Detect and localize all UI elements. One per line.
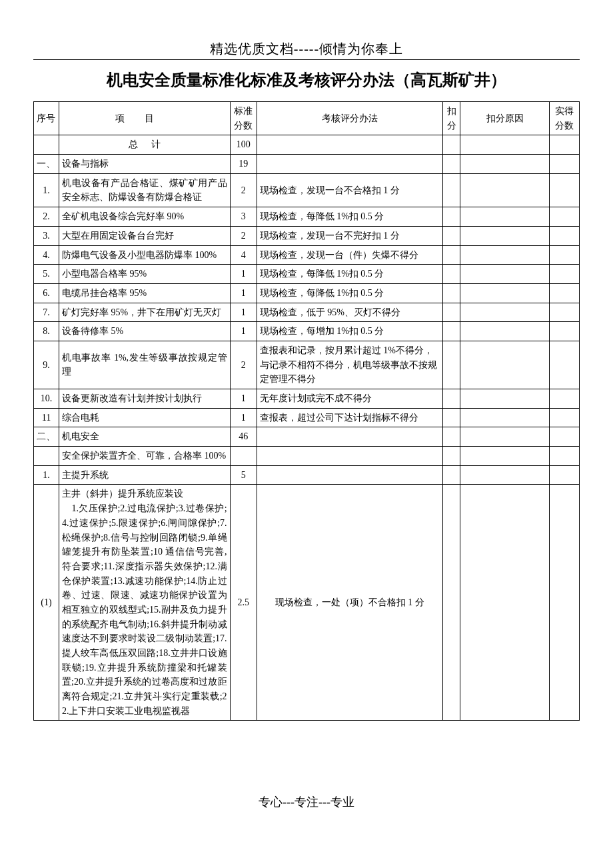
th-method: 考核评分办法 bbox=[257, 102, 442, 135]
th-score: 实得分数 bbox=[550, 102, 580, 135]
table-row: 7.矿灯完好率 95%，井下在用矿灯无灭灯1现场检查，低于 95%、灭灯不得分 bbox=[34, 303, 580, 322]
cell-deduct bbox=[442, 207, 460, 227]
cell-reason bbox=[460, 155, 550, 174]
cell-deduct bbox=[442, 245, 460, 265]
cell-method bbox=[257, 427, 442, 447]
cell-idx: (1) bbox=[34, 485, 59, 721]
cell-score bbox=[550, 226, 580, 245]
cell-std: 1 bbox=[230, 322, 257, 341]
cell-idx: 二、 bbox=[34, 427, 59, 447]
banner-text: 精选优质文档-----倾情为你奉上 bbox=[33, 40, 580, 58]
cell-deduct bbox=[442, 155, 460, 174]
cell-deduct bbox=[442, 135, 460, 155]
cell-reason bbox=[460, 389, 550, 409]
table-row: 6.电缆吊挂合格率 95%1现场检查，每降低 1%扣 0.5 分 bbox=[34, 283, 580, 303]
cell-item: 大型在用固定设备台台完好 bbox=[59, 226, 230, 245]
cell-score bbox=[550, 135, 580, 155]
cell-idx: 2. bbox=[34, 207, 59, 227]
cell-item: 总计 bbox=[59, 135, 230, 155]
cell-score bbox=[550, 155, 580, 174]
table-row: 5.小型电器合格率 95%1现场检查，每降低 1%扣 0.5 分 bbox=[34, 265, 580, 284]
cell-idx bbox=[34, 447, 59, 466]
cell-item: 机电设备有产品合格证、煤矿矿用产品安全标志、防爆设备有防爆合格证 bbox=[59, 173, 230, 207]
table-row: 11综合电耗1查报表，超过公司下达计划指标不得分 bbox=[34, 408, 580, 427]
th-std: 标准分数 bbox=[230, 102, 257, 135]
table-row: 2.全矿机电设备综合完好率 90%3现场检查，每降低 1%扣 0.5 分 bbox=[34, 207, 580, 227]
table-row: 1.机电设备有产品合格证、煤矿矿用产品安全标志、防爆设备有防爆合格证2现场检查，… bbox=[34, 173, 580, 207]
cell-score bbox=[550, 283, 580, 303]
cell-score bbox=[550, 408, 580, 427]
cell-reason bbox=[460, 408, 550, 427]
table-row: (1)主井（斜井）提升系统应装设 1.欠压保护;2.过电流保护;3.过卷保护;4… bbox=[34, 485, 580, 721]
cell-method: 现场检查，每降低 1%扣 0.5 分 bbox=[257, 283, 442, 303]
cell-reason bbox=[460, 427, 550, 447]
cell-reason bbox=[460, 485, 550, 721]
cell-method: 现场检查，低于 95%、灭灯不得分 bbox=[257, 303, 442, 322]
evaluation-table: 序号 项目 标准分数 考核评分办法 扣分 扣分原因 实得分数 总计100一、设备… bbox=[33, 101, 580, 721]
cell-item: 防爆电气设备及小型电器防爆率 100% bbox=[59, 245, 230, 265]
cell-idx: 1. bbox=[34, 465, 59, 485]
cell-std: 2 bbox=[230, 226, 257, 245]
document-title: 机电安全质量标准化标准及考核评分办法（高瓦斯矿井） bbox=[33, 69, 580, 91]
cell-std: 1 bbox=[230, 283, 257, 303]
cell-score bbox=[550, 465, 580, 485]
cell-item: 设备更新改造有计划并按计划执行 bbox=[59, 389, 230, 409]
cell-idx: 3. bbox=[34, 226, 59, 245]
cell-deduct bbox=[442, 389, 460, 409]
cell-deduct bbox=[442, 341, 460, 389]
footer-text: 专心---专注---专业 bbox=[33, 794, 580, 810]
table-row-total: 总计100 bbox=[34, 135, 580, 155]
cell-method bbox=[257, 447, 442, 466]
cell-reason bbox=[460, 265, 550, 284]
cell-deduct bbox=[442, 322, 460, 341]
cell-method: 无年度计划或完不成不得分 bbox=[257, 389, 442, 409]
cell-item: 主提升系统 bbox=[59, 465, 230, 485]
table-row: 1.主提升系统5 bbox=[34, 465, 580, 485]
cell-deduct bbox=[442, 265, 460, 284]
cell-item: 安全保护装置齐全、可靠，合格率 100% bbox=[59, 447, 230, 466]
cell-score bbox=[550, 447, 580, 466]
cell-deduct bbox=[442, 465, 460, 485]
cell-idx: 9. bbox=[34, 341, 59, 389]
cell-reason bbox=[460, 465, 550, 485]
cell-reason bbox=[460, 245, 550, 265]
cell-method: 查报表和记录，按月累计超过 1%不得分，与记录不相符不得分，机电等级事故不按规定… bbox=[257, 341, 442, 389]
table-row: 二、机电安全46 bbox=[34, 427, 580, 447]
cell-item: 电缆吊挂合格率 95% bbox=[59, 283, 230, 303]
cell-score bbox=[550, 173, 580, 207]
cell-deduct bbox=[442, 427, 460, 447]
cell-deduct bbox=[442, 447, 460, 466]
table-row: 4.防爆电气设备及小型电器防爆率 100%4现场检查，发现一台（件）失爆不得分 bbox=[34, 245, 580, 265]
cell-method: 查报表，超过公司下达计划指标不得分 bbox=[257, 408, 442, 427]
cell-score bbox=[550, 427, 580, 447]
th-index: 序号 bbox=[34, 102, 59, 135]
cell-reason bbox=[460, 303, 550, 322]
cell-score bbox=[550, 341, 580, 389]
cell-deduct bbox=[442, 226, 460, 245]
cell-method: 现场检查，每降低 1%扣 0.5 分 bbox=[257, 207, 442, 227]
cell-deduct bbox=[442, 283, 460, 303]
table-row: 8.设备待修率 5%1现场检查，每增加 1%扣 0.5 分 bbox=[34, 322, 580, 341]
table-row: 安全保护装置齐全、可靠，合格率 100% bbox=[34, 447, 580, 466]
cell-reason bbox=[460, 283, 550, 303]
cell-reason bbox=[460, 207, 550, 227]
th-reason: 扣分原因 bbox=[460, 102, 550, 135]
cell-item: 主井（斜井）提升系统应装设 1.欠压保护;2.过电流保护;3.过卷保护;4.过速… bbox=[59, 485, 230, 721]
cell-std: 46 bbox=[230, 427, 257, 447]
table-row: 3.大型在用固定设备台台完好2现场检查，发现一台不完好扣 1 分 bbox=[34, 226, 580, 245]
cell-std: 100 bbox=[230, 135, 257, 155]
cell-reason bbox=[460, 447, 550, 466]
cell-reason bbox=[460, 173, 550, 207]
cell-method: 现场检查，发现一台（件）失爆不得分 bbox=[257, 245, 442, 265]
cell-score bbox=[550, 265, 580, 284]
cell-std: 3 bbox=[230, 207, 257, 227]
cell-std: 2 bbox=[230, 341, 257, 389]
cell-reason bbox=[460, 226, 550, 245]
cell-item: 全矿机电设备综合完好率 90% bbox=[59, 207, 230, 227]
cell-score bbox=[550, 207, 580, 227]
cell-method bbox=[257, 135, 442, 155]
cell-idx: 8. bbox=[34, 322, 59, 341]
cell-method: 现场检查，一处（项）不合格扣 1 分 bbox=[257, 485, 442, 721]
cell-item: 小型电器合格率 95% bbox=[59, 265, 230, 284]
cell-idx: 6. bbox=[34, 283, 59, 303]
